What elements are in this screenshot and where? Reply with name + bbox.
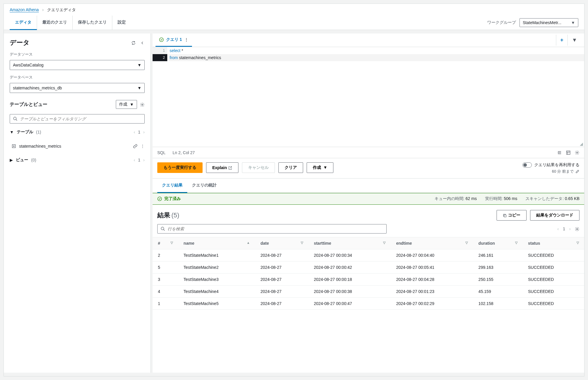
views-label[interactable]: ビュー [16,157,28,163]
views-page: 1 [138,158,141,162]
table-item[interactable]: statemachines_metrics [19,144,61,149]
svg-point-0 [142,104,143,105]
svg-point-9 [577,229,578,230]
chevron-left-icon[interactable]: ‹ [134,130,135,134]
chevron-right-icon[interactable]: › [569,226,571,231]
breadcrumb: Amazon Athena › クエリエディタ [4,4,584,16]
table-cell: 5 [153,261,178,274]
results-search-input[interactable] [157,224,387,234]
resize-handle-icon[interactable]: ◢ [580,141,583,146]
editor-lang: SQL [157,150,166,155]
copy-button[interactable]: コピー [497,210,527,221]
table-cell: SUCCEEDED [523,286,584,298]
table-cell: 2024-08-27 00:00:47 [308,298,391,310]
kebab-icon[interactable]: ⋮ [184,37,188,42]
create-button[interactable]: 作成 ▼ [307,162,334,173]
table-cell: 3 [153,274,178,286]
tab-query-results[interactable]: クエリ結果 [157,179,187,193]
tables-label[interactable]: テーブル [17,129,33,135]
run-again-button[interactable]: もう一度実行する [157,162,203,173]
breadcrumb-service-link[interactable]: Amazon Athena [10,7,39,12]
tables-count: (1) [36,130,41,134]
layout-icon[interactable] [566,150,571,155]
create-table-button[interactable]: 作成 ▼ [116,100,137,109]
results-title: 結果 [157,211,170,219]
table-cell: 2024-08-27 00:00:42 [308,261,391,274]
table-cell: 2 [153,249,178,261]
expand-icon[interactable] [11,144,16,149]
link-icon[interactable] [133,144,138,149]
views-count: (0) [31,158,36,162]
chevron-right-icon[interactable]: › [143,130,145,134]
gear-icon[interactable] [575,226,579,231]
tab-saved[interactable]: 保存したクエリ [73,16,112,30]
table-cell: 299.163 [473,261,523,274]
table-cell: 2024-08-27 00:04:40 [391,249,473,261]
col-duration[interactable]: duration▽ [473,237,523,249]
col-endtime[interactable]: endtime▽ [391,237,473,249]
col-name[interactable]: name▲ [178,237,255,249]
reuse-results-toggle[interactable] [522,162,532,168]
tab-query-stats[interactable]: クエリの統計 [187,179,221,193]
table-cell: 2024-08-27 [255,274,309,286]
chevron-left-icon[interactable]: ‹ [134,158,135,162]
caret-down-icon: ▼ [130,102,134,107]
tab-settings[interactable]: 設定 [112,16,131,30]
svg-rect-4 [567,151,570,154]
caret-down-icon[interactable]: ▼ [10,130,14,134]
search-icon [13,116,18,121]
table-cell: TestStateMachine4 [178,286,255,298]
cursor-position: Ln 2, Col 27 [173,150,195,155]
download-results-button[interactable]: 結果をダウンロード [530,210,579,221]
add-query-tab-button[interactable]: + [556,35,568,46]
col-idx[interactable]: #▽ [153,237,178,249]
table-cell: 2024-08-27 00:05:41 [391,261,473,274]
table-cell: SUCCEEDED [523,261,584,274]
table-cell: 2024-08-27 00:00:18 [308,274,391,286]
tab-menu-button[interactable]: ▼ [567,35,581,46]
gutter-line: 1 [153,47,167,54]
refresh-icon[interactable] [131,40,136,45]
gear-icon[interactable] [140,102,145,107]
tables-filter-input[interactable] [10,114,145,124]
cancel-button: キャンセル [242,162,275,173]
workgroup-select[interactable]: StateMachinesMetr... ▼ [519,18,578,27]
database-select[interactable]: statemachines_metrics_db ▼ [10,83,145,93]
chevron-right-icon[interactable]: › [143,158,145,162]
edit-icon[interactable] [575,169,579,174]
database-label: データベース [10,75,145,80]
query-tab-1[interactable]: クエリ 1 ⋮ [156,34,192,47]
caret-down-icon: ▼ [137,63,141,67]
col-starttime[interactable]: starttime▽ [308,237,391,249]
table-cell: 2024-08-27 [255,249,309,261]
caret-down-icon: ▼ [571,20,575,25]
table-cell: 2024-08-27 [255,298,309,310]
tab-editor[interactable]: エディタ [10,16,37,30]
table-cell: 250.155 [473,274,523,286]
table-row: 5TestStateMachine22024-08-272024-08-27 0… [153,261,584,274]
collapse-sidebar-icon[interactable] [140,40,145,45]
explain-button[interactable]: Explain [206,162,238,173]
table-cell: 2024-08-27 [255,286,309,298]
caret-right-icon[interactable]: ▶ [10,158,13,162]
results-page: 1 [563,226,565,231]
clear-button[interactable]: クリア [278,162,303,173]
col-status[interactable]: status▽ [523,237,584,249]
table-cell: SUCCEEDED [523,274,584,286]
code-editor[interactable]: 1 2 select * from statemachines_metrics … [153,47,584,147]
tables-views-title: テーブルとビュー [10,101,47,108]
reuse-label: クエリ結果を再利用する [534,162,579,168]
table-cell: 246.161 [473,249,523,261]
datasource-select[interactable]: AwsDataCatalog ▼ [10,60,145,70]
gear-icon[interactable] [575,150,579,155]
col-date[interactable]: date▽ [255,237,309,249]
kebab-icon[interactable]: ⋮ [141,144,145,149]
chevron-left-icon[interactable]: ‹ [557,226,559,231]
tab-recent[interactable]: 最近のクエリ [37,16,73,30]
format-icon[interactable] [557,150,562,155]
breadcrumb-current: クエリエディタ [47,7,76,12]
table-cell: 2024-08-27 00:01:23 [391,286,473,298]
check-circle-icon [159,37,164,42]
database-value: statemachines_metrics_db [13,86,62,90]
caret-down-icon: ▼ [137,86,141,90]
